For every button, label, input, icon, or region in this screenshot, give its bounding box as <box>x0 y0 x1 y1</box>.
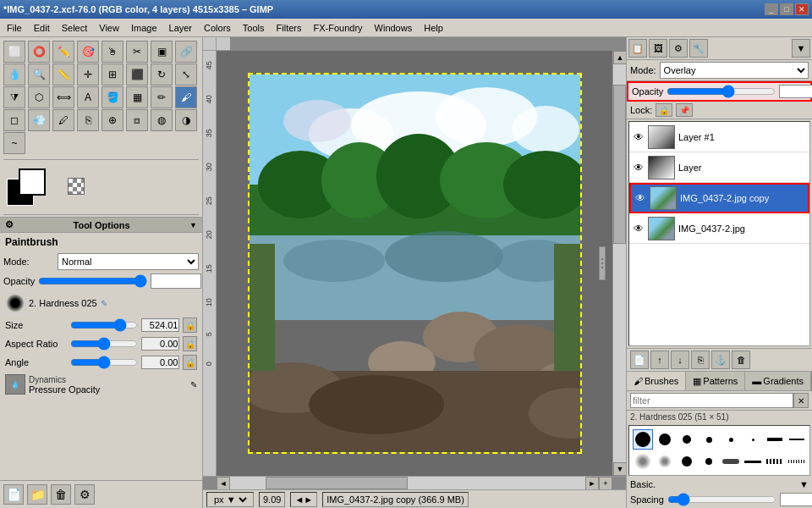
tool-blend[interactable]: ▦ <box>126 86 148 108</box>
v-scrollbar[interactable]: ▲ ▼ <box>612 51 626 476</box>
menu-view[interactable]: View <box>94 21 124 35</box>
tool-dodge-burn[interactable]: ◑ <box>175 109 197 131</box>
v-scroll-down[interactable]: ▼ <box>613 462 627 476</box>
layer-eye-layer1[interactable]: 👁 <box>631 130 646 145</box>
brush-cell-2[interactable] <box>655 429 675 450</box>
settings-button[interactable]: ⚙ <box>74 484 95 505</box>
raise-layer-button[interactable]: ↑ <box>650 351 669 369</box>
tool-free-select[interactable]: ✏️ <box>52 41 74 63</box>
h-scrollbar[interactable]: ◄ ► + <box>217 477 612 489</box>
layers-mode-select[interactable]: Overlay <box>660 62 809 79</box>
tool-move[interactable]: ✛ <box>77 64 99 86</box>
panel-resize-handle[interactable] <box>599 246 606 280</box>
menu-windows[interactable]: Windows <box>370 21 418 35</box>
layers-opacity-value[interactable]: 57.2 <box>779 85 812 98</box>
menu-file[interactable]: File <box>2 21 27 35</box>
opacity-value[interactable]: 100.0 <box>151 273 201 289</box>
brush-cell-7[interactable] <box>765 429 785 450</box>
layer-item-layer[interactable]: 👁 Layer <box>629 152 809 183</box>
brush-cell-1[interactable] <box>633 429 653 450</box>
tool-rotate[interactable]: ↻ <box>151 64 173 86</box>
right-tool-1[interactable]: 📋 <box>628 39 647 58</box>
trash-button[interactable]: 🗑 <box>51 484 71 505</box>
maximize-button[interactable]: □ <box>780 3 793 15</box>
menu-tools[interactable]: Tools <box>238 21 270 35</box>
spacing-slider[interactable] <box>667 493 776 506</box>
brush-cell-15[interactable] <box>765 451 785 472</box>
menu-fx-foundry[interactable]: FX-Foundry <box>308 21 367 35</box>
tool-align[interactable]: ⊞ <box>102 64 123 86</box>
right-tool-2[interactable]: 🖼 <box>649 39 667 58</box>
menu-colors[interactable]: Colors <box>199 21 236 35</box>
opacity-slider[interactable] <box>38 274 147 288</box>
foreground-color-swatch[interactable] <box>19 168 46 196</box>
brush-filter-input[interactable] <box>630 393 793 408</box>
menu-edit[interactable]: Edit <box>29 21 55 35</box>
lock-position-button[interactable]: 📌 <box>676 103 693 117</box>
size-slider[interactable] <box>70 318 138 332</box>
layer-eye-img[interactable]: 👁 <box>631 221 646 236</box>
h-scroll-right[interactable]: ► <box>585 477 599 490</box>
angle-lock-button[interactable]: 🔒 <box>183 355 197 370</box>
menu-layer[interactable]: Layer <box>164 21 198 35</box>
aspect-slider[interactable] <box>70 337 138 351</box>
mode-select[interactable]: Normal <box>58 253 199 270</box>
tool-airbrush[interactable]: 💨 <box>28 109 50 131</box>
right-tool-3[interactable]: ⚙ <box>669 39 688 58</box>
brush-cell-16[interactable] <box>787 451 807 472</box>
tool-path[interactable]: 🔗 <box>175 41 197 63</box>
right-tool-collapse[interactable]: ▼ <box>792 39 810 58</box>
tool-color-select[interactable]: 🖱 <box>102 41 123 63</box>
tool-heal[interactable]: ⊕ <box>102 109 123 131</box>
tool-bucket-fill[interactable]: 🪣 <box>102 86 123 108</box>
v-scroll-up[interactable]: ▲ <box>613 51 627 64</box>
patterns-tab[interactable]: ▦ Patterns <box>686 372 745 390</box>
brush-cell-9[interactable] <box>633 451 653 472</box>
tool-foreground-select[interactable]: ▣ <box>151 41 173 63</box>
tool-text[interactable]: A <box>77 86 99 108</box>
duplicate-layer-button[interactable]: ⎘ <box>691 351 710 369</box>
tool-eraser[interactable]: ◻ <box>3 109 25 131</box>
v-scroll-thumb[interactable] <box>613 85 626 244</box>
tool-clone[interactable]: ⎘ <box>77 109 99 131</box>
lower-layer-button[interactable]: ↓ <box>671 351 689 369</box>
brush-cell-12[interactable] <box>699 451 719 472</box>
brush-cell-13[interactable] <box>721 451 741 472</box>
tool-ellipse-select[interactable]: ⭕ <box>28 41 50 63</box>
aspect-lock-button[interactable]: 🔒 <box>183 336 197 351</box>
brush-cell-3[interactable] <box>677 429 697 450</box>
angle-slider[interactable] <box>70 356 138 369</box>
tool-crop[interactable]: ⬛ <box>126 64 148 86</box>
h-scroll-left[interactable]: ◄ <box>217 477 230 490</box>
canvas-zoom-fit[interactable]: + <box>599 477 612 490</box>
spacing-value[interactable]: 10.0 <box>780 493 812 506</box>
brush-cell-4[interactable] <box>699 429 719 450</box>
gradients-tab[interactable]: ▬ Gradients <box>745 372 811 390</box>
brush-cell-6[interactable] <box>743 429 763 450</box>
tool-blur[interactable]: ◍ <box>151 109 173 131</box>
close-button[interactable]: ✕ <box>795 3 809 15</box>
tool-shear[interactable]: ⧩ <box>3 86 25 108</box>
right-tool-4[interactable]: 🔧 <box>689 39 708 58</box>
brushes-basic-expand[interactable]: ▼ <box>799 479 809 489</box>
brush-cell-5[interactable] <box>721 429 741 450</box>
brush-edit-button[interactable]: ✎ <box>101 299 107 308</box>
new-file-button[interactable]: 📄 <box>3 484 24 505</box>
brush-filter-clear[interactable]: ✕ <box>793 393 809 408</box>
status-unit[interactable]: px ▼ <box>206 492 254 507</box>
v-scroll-track[interactable] <box>613 64 626 462</box>
layer-item-img-copy[interactable]: 👁 IMG_0437-2.jpg copy <box>629 183 809 213</box>
brush-cell-8[interactable] <box>787 429 807 450</box>
tool-zoom[interactable]: 🔍 <box>28 64 50 86</box>
unit-select[interactable]: px ▼ <box>211 494 250 505</box>
tool-color-picker[interactable]: 💧 <box>3 64 25 86</box>
tool-perspective-clone[interactable]: ⧈ <box>126 109 148 131</box>
layer-eye-img-copy[interactable]: 👁 <box>633 190 648 206</box>
brush-cell-11[interactable] <box>677 451 697 472</box>
layer-item-layer1[interactable]: 👁 Layer #1 <box>629 122 809 152</box>
tool-scale[interactable]: ⤡ <box>175 64 197 86</box>
tool-perspective[interactable]: ⬡ <box>28 86 50 108</box>
tool-fuzzy-select[interactable]: 🎯 <box>77 41 99 63</box>
menu-filters[interactable]: Filters <box>272 21 307 35</box>
brushes-tab[interactable]: 🖌 Brushes <box>627 372 686 390</box>
